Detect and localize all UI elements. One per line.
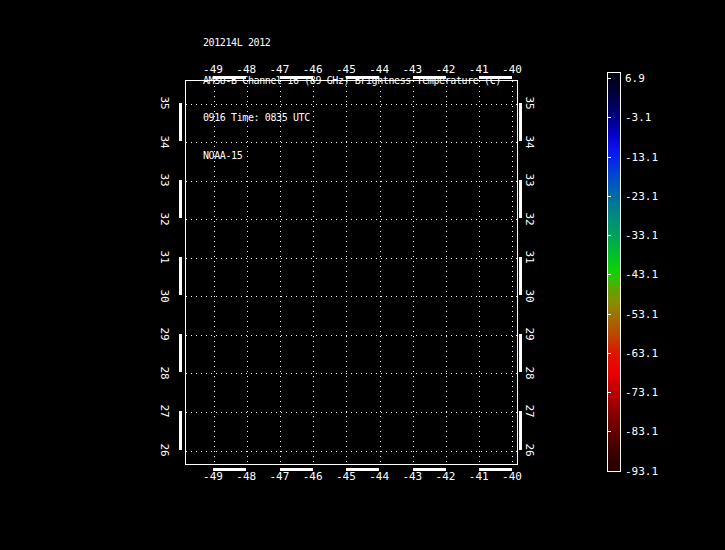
lon-tick-label-bottom: -47 xyxy=(263,470,295,483)
lon-tick-label-bottom: -44 xyxy=(363,470,395,483)
lon-gridline xyxy=(214,81,215,464)
lat-tick-label-left: 29 xyxy=(157,319,171,349)
lat-tick-label-right: 28 xyxy=(522,358,536,388)
colorbar-tick xyxy=(608,431,611,432)
map-fancy-border-top xyxy=(180,76,521,79)
colorbar-gradient xyxy=(608,73,620,471)
lon-tick-label-bottom: -41 xyxy=(463,470,495,483)
lat-gridline xyxy=(186,296,517,297)
lon-gridline xyxy=(280,81,281,464)
colorbar-tick-label: -63.1 xyxy=(625,347,667,360)
lon-gridline xyxy=(413,81,414,464)
lon-tick-label-top: -49 xyxy=(197,63,229,76)
lat-tick-label-left: 32 xyxy=(157,204,171,234)
lat-gridline xyxy=(186,258,517,259)
lon-gridline xyxy=(247,81,248,464)
lat-gridline xyxy=(186,142,517,143)
colorbar-tick-label: 6.9 xyxy=(625,72,667,85)
lon-tick-label-bottom: -46 xyxy=(297,470,329,483)
lat-tick-label-right: 32 xyxy=(522,204,536,234)
colorbar-tick xyxy=(608,235,611,236)
colorbar-tick-label: -3.1 xyxy=(625,111,667,124)
colorbar-tick xyxy=(608,314,611,315)
lon-tick-label-top: -41 xyxy=(463,63,495,76)
lat-tick-label-left: 26 xyxy=(157,435,171,465)
map-plot-area xyxy=(185,80,518,465)
lat-tick-label-right: 35 xyxy=(522,88,536,118)
lat-tick-label-left: 27 xyxy=(157,396,171,426)
lon-tick-label-bottom: -48 xyxy=(230,470,262,483)
lon-tick-label-top: -48 xyxy=(230,63,262,76)
lon-gridline xyxy=(313,81,314,464)
colorbar-tick-label: -13.1 xyxy=(625,151,667,164)
lat-gridline xyxy=(186,181,517,182)
colorbar-tick xyxy=(608,196,611,197)
colorbar-tick xyxy=(608,78,611,79)
colorbar-tick xyxy=(608,392,611,393)
lon-tick-label-top: -46 xyxy=(297,63,329,76)
lat-gridline xyxy=(186,451,517,452)
lat-gridline xyxy=(186,412,517,413)
lon-gridline xyxy=(380,81,381,464)
lon-gridline xyxy=(512,81,513,464)
lon-tick-label-top: -44 xyxy=(363,63,395,76)
lon-tick-label-bottom: -49 xyxy=(197,470,229,483)
lon-tick-label-top: -40 xyxy=(496,63,528,76)
colorbar-tick xyxy=(608,117,611,118)
annotation-storm-id: 201214L 2012 xyxy=(203,37,501,50)
colorbar-tick-label: -53.1 xyxy=(625,308,667,321)
lon-gridline xyxy=(479,81,480,464)
lon-tick-label-top: -47 xyxy=(263,63,295,76)
lon-tick-label-bottom: -40 xyxy=(496,470,528,483)
lat-tick-label-right: 27 xyxy=(522,396,536,426)
lat-tick-label-right: 31 xyxy=(522,242,536,272)
colorbar-tick xyxy=(608,353,611,354)
colorbar-tick-label: -23.1 xyxy=(625,190,667,203)
colorbar-tick-label: -83.1 xyxy=(625,425,667,438)
lat-tick-label-right: 34 xyxy=(522,127,536,157)
lat-tick-label-left: 33 xyxy=(157,165,171,195)
lat-tick-label-left: 28 xyxy=(157,358,171,388)
lon-tick-label-bottom: -45 xyxy=(330,470,362,483)
colorbar xyxy=(607,72,621,472)
lon-tick-label-bottom: -43 xyxy=(396,470,428,483)
lat-tick-label-right: 33 xyxy=(522,165,536,195)
lon-tick-label-top: -42 xyxy=(430,63,462,76)
lon-tick-label-top: -45 xyxy=(330,63,362,76)
lat-gridline xyxy=(186,104,517,105)
colorbar-tick xyxy=(608,157,611,158)
lon-tick-label-bottom: -42 xyxy=(430,470,462,483)
lat-gridline xyxy=(186,335,517,336)
lon-tick-label-top: -43 xyxy=(396,63,428,76)
lat-gridline xyxy=(186,373,517,374)
lat-tick-label-right: 26 xyxy=(522,435,536,465)
lat-tick-label-left: 31 xyxy=(157,242,171,272)
colorbar-tick-label: -43.1 xyxy=(625,268,667,281)
lat-tick-label-left: 34 xyxy=(157,127,171,157)
colorbar-tick-label: -33.1 xyxy=(625,229,667,242)
lat-tick-label-left: 30 xyxy=(157,281,171,311)
lat-gridline xyxy=(186,219,517,220)
colorbar-tick-label: -93.1 xyxy=(625,465,667,478)
colorbar-tick xyxy=(608,471,611,472)
lat-tick-label-right: 29 xyxy=(522,319,536,349)
lon-gridline xyxy=(446,81,447,464)
lat-tick-label-right: 30 xyxy=(522,281,536,311)
colorbar-tick xyxy=(608,274,611,275)
plot-window: 201214L 2012 AMSU-B Channel 16 (89 GHz) … xyxy=(0,0,725,550)
lat-tick-label-left: 35 xyxy=(157,88,171,118)
lon-gridline xyxy=(346,81,347,464)
colorbar-tick-label: -73.1 xyxy=(625,386,667,399)
map-fancy-border-left xyxy=(179,64,182,468)
